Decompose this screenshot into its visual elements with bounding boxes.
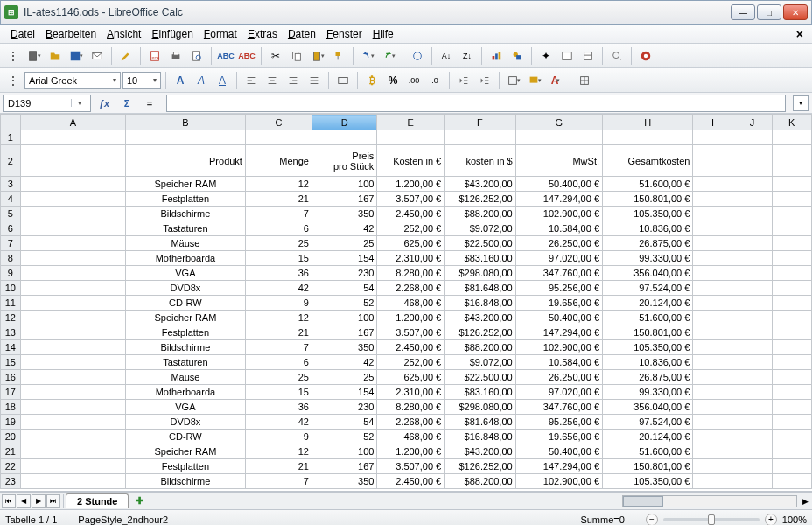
data-cell[interactable]: 468,00 € [377, 430, 444, 444]
remove-decimal-button[interactable]: .0 [425, 71, 444, 90]
data-cell[interactable]: 356.040,00 € [603, 400, 693, 415]
paste-button[interactable]: ▾ [308, 46, 327, 66]
data-cell[interactable]: Speicher RAM [125, 311, 245, 326]
tab-last-button[interactable]: ⏭ [46, 494, 60, 508]
table-header[interactable]: Kosten in € [377, 145, 444, 177]
col-header-C[interactable]: C [245, 115, 312, 130]
sort-desc-button[interactable]: Z↓ [458, 46, 477, 66]
row-header[interactable]: 5 [1, 206, 21, 221]
data-cell[interactable]: $9.072,00 [444, 355, 515, 370]
datasources-button[interactable] [578, 46, 598, 66]
gallery-button[interactable] [557, 46, 577, 66]
data-cell[interactable]: 252,00 € [377, 355, 444, 370]
sheet-tab[interactable]: 2 Stunde [66, 494, 129, 508]
align-left-button[interactable] [242, 71, 261, 90]
data-cell[interactable]: 150.801,00 € [603, 459, 693, 474]
hyperlink-button[interactable] [408, 46, 427, 66]
data-cell[interactable]: $81.648,00 [444, 281, 515, 296]
data-cell[interactable]: 54 [312, 415, 376, 430]
decrease-indent-button[interactable] [454, 71, 473, 90]
add-sheet-button[interactable]: ✚ [132, 494, 146, 508]
data-cell[interactable]: 36 [245, 400, 312, 415]
menu-hilfe[interactable]: Hilfe [368, 26, 399, 42]
data-cell[interactable]: 20.124,00 € [603, 430, 693, 444]
data-cell[interactable]: 2.450,00 € [377, 206, 444, 221]
row-header[interactable]: 14 [1, 340, 21, 355]
equals-button[interactable]: = [140, 94, 159, 112]
data-cell[interactable]: $83.160,00 [444, 385, 515, 400]
data-cell[interactable]: 230 [312, 400, 376, 415]
bold-button[interactable]: A [171, 71, 190, 90]
grid-lines-button[interactable] [575, 71, 594, 90]
data-cell[interactable]: 10.584,00 € [515, 221, 602, 236]
data-cell[interactable]: 3.507,00 € [377, 326, 444, 340]
data-cell[interactable]: 26.875,00 € [603, 370, 693, 385]
select-all-corner[interactable] [1, 115, 21, 130]
data-cell[interactable]: $43.200,00 [444, 311, 515, 326]
data-cell[interactable]: 50.400,00 € [515, 177, 602, 192]
data-cell[interactable]: 54 [312, 281, 376, 296]
zoom-slider[interactable] [663, 518, 760, 522]
email-button[interactable] [88, 46, 107, 66]
data-cell[interactable]: Festplatten [125, 459, 245, 474]
data-cell[interactable]: Tastaturen [125, 355, 245, 370]
data-cell[interactable]: 15 [245, 385, 312, 400]
data-cell[interactable]: 9 [245, 296, 312, 311]
data-cell[interactable]: Speicher RAM [125, 444, 245, 459]
data-cell[interactable]: 95.256,00 € [515, 415, 602, 430]
data-cell[interactable]: 25 [312, 370, 376, 385]
menu-fenster[interactable]: Fenster [321, 26, 368, 42]
data-cell[interactable]: 1.200,00 € [377, 444, 444, 459]
menu-format[interactable]: Format [199, 26, 242, 42]
menu-ansicht[interactable]: Ansicht [102, 26, 146, 42]
row-header[interactable]: 2 [1, 145, 21, 177]
col-header-H[interactable]: H [603, 115, 693, 130]
data-cell[interactable]: 25 [245, 236, 312, 251]
data-cell[interactable]: 1.200,00 € [377, 177, 444, 192]
edit-button[interactable] [116, 46, 136, 66]
data-cell[interactable]: Motherboarda [125, 385, 245, 400]
underline-button[interactable]: A [213, 71, 232, 90]
data-cell[interactable]: 350 [312, 474, 376, 489]
data-cell[interactable]: 21 [245, 192, 312, 206]
data-cell[interactable]: 15 [245, 251, 312, 266]
data-cell[interactable]: 625,00 € [377, 370, 444, 385]
tab-prev-button[interactable]: ◀ [17, 494, 31, 508]
data-cell[interactable]: 2.310,00 € [377, 251, 444, 266]
zoom-button[interactable] [607, 46, 626, 66]
data-cell[interactable]: 50.400,00 € [515, 444, 602, 459]
borders-button[interactable]: ▾ [504, 71, 523, 90]
row-header[interactable]: 8 [1, 251, 21, 266]
data-cell[interactable]: 347.760,00 € [515, 400, 602, 415]
tab-first-button[interactable]: ⏮ [2, 494, 16, 508]
data-cell[interactable]: 105.350,00 € [603, 474, 693, 489]
row-header[interactable]: 20 [1, 430, 21, 444]
formula-input[interactable] [166, 94, 786, 112]
horizontal-scrollbar[interactable] [622, 495, 797, 508]
data-cell[interactable]: 50.400,00 € [515, 311, 602, 326]
data-cell[interactable]: 95.256,00 € [515, 281, 602, 296]
navigator-button[interactable]: ✦ [536, 46, 556, 66]
data-cell[interactable]: 100 [312, 444, 376, 459]
data-cell[interactable]: 2.450,00 € [377, 340, 444, 355]
col-header-K[interactable]: K [772, 115, 811, 130]
table-header[interactable]: Produkt [125, 145, 245, 177]
data-cell[interactable]: 154 [312, 251, 376, 266]
undo-button[interactable]: ▾ [358, 46, 377, 66]
data-cell[interactable]: 150.801,00 € [603, 192, 693, 206]
add-decimal-button[interactable]: .00 [404, 71, 424, 90]
row-header[interactable]: 19 [1, 415, 21, 430]
row-header[interactable]: 11 [1, 296, 21, 311]
data-cell[interactable]: 97.020,00 € [515, 251, 602, 266]
menu-daten[interactable]: Daten [283, 26, 321, 42]
percent-button[interactable]: % [383, 71, 402, 90]
data-cell[interactable]: 154 [312, 385, 376, 400]
data-cell[interactable]: 167 [312, 326, 376, 340]
expand-formula-button[interactable]: ▾ [793, 95, 808, 111]
data-cell[interactable]: 147.294,00 € [515, 326, 602, 340]
data-cell[interactable]: Bildschirme [125, 340, 245, 355]
data-cell[interactable]: 8.280,00 € [377, 266, 444, 281]
function-wizard-button[interactable]: ƒx [94, 94, 114, 112]
data-cell[interactable]: 10.836,00 € [603, 221, 693, 236]
data-cell[interactable]: 105.350,00 € [603, 340, 693, 355]
